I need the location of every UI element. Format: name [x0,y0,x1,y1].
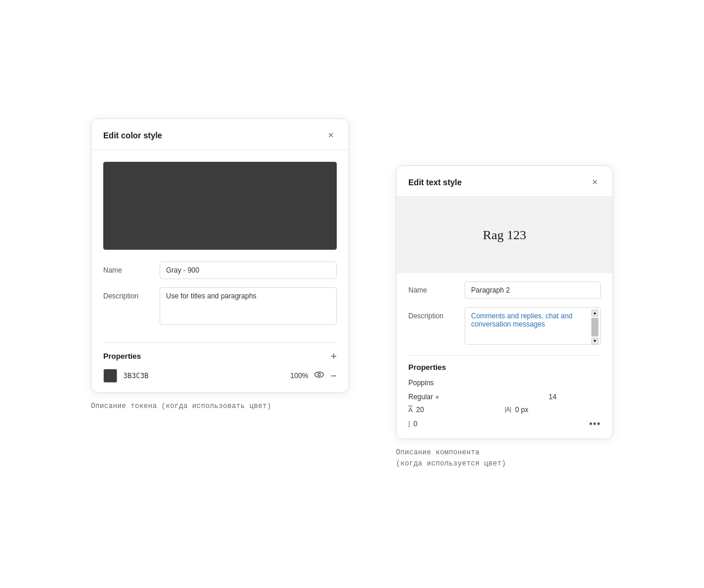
color-property-swatch[interactable] [103,369,117,383]
panels-container: Edit color style × Name Description Use … [91,118,613,470]
text-caption-line1: Описание компонента [396,448,480,457]
left-panel-wrapper: Edit color style × Name Description Use … [91,118,349,412]
tracking-icon: |A| [505,406,512,413]
properties-header: Properties + [103,351,337,362]
text-preview-area: Rag 123 [397,197,612,273]
paragraph-group: I 0 [408,420,417,428]
text-description-row: Description Comments and replies, chat a… [408,307,601,347]
text-name-label: Name [408,281,455,294]
color-dialog-title: Edit color style [103,131,162,140]
text-name-row: Name [408,281,601,299]
svg-point-1 [318,373,321,376]
add-property-button[interactable]: + [330,351,337,362]
eye-icon [314,369,324,380]
text-caption: Описание компонента (когда используется … [396,447,506,470]
text-dialog-header: Edit text style × [397,166,612,197]
leading-icon: A [408,406,412,413]
text-properties-title: Properties [408,363,446,372]
text-caption-line2: (когда используется цвет) [396,460,506,468]
text-properties-header: Properties [408,363,601,372]
scrollbar: ▲ ▼ [591,310,598,345]
color-dialog-close-button[interactable]: × [325,130,337,141]
description-textarea[interactable]: Use for titles and paragraphs [160,287,337,325]
visibility-toggle-button[interactable] [314,369,324,382]
right-panel-wrapper: Edit text style × Rag 123 Name Descripti… [396,165,613,470]
leading-group: A 20 [408,406,505,414]
description-row: Description Use for titles and paragraph… [103,287,337,325]
scroll-up-button[interactable]: ▲ [591,310,598,317]
description-scroll-wrapper: Comments and replies, chat and conversat… [465,307,601,347]
paragraph-more-row: I 0 ••• [408,419,601,429]
text-dialog: Edit text style × Rag 123 Name Descripti… [396,165,613,439]
name-row: Name [103,261,337,279]
color-preview-swatch [103,162,337,250]
text-description-textarea[interactable]: Comments and replies, chat and conversat… [465,307,601,345]
tracking-value: 0 px [515,406,529,414]
paragraph-icon: I [408,420,410,427]
properties-title: Properties [103,352,141,361]
font-size: 14 [505,393,601,401]
color-caption: Описание токена (когда использовать цвет… [91,401,272,412]
text-form-section: Name Description Comments and replies, c… [397,273,612,347]
scroll-down-button[interactable]: ▼ [591,338,598,345]
tracking-group: |A| 0 px [505,406,601,414]
font-weight: Regular ∨ [408,393,505,401]
color-dialog: Edit color style × Name Description Use … [91,118,349,393]
scroll-thumb[interactable] [591,318,598,337]
properties-section: Properties + 3B3C3B 100% − [92,343,348,392]
text-dialog-close-button[interactable]: × [589,176,601,188]
chevron-down-icon: ∨ [435,394,439,400]
more-options-button[interactable]: ••• [589,419,601,429]
font-name: Poppins [408,379,601,387]
weight-label: Regular [408,393,433,401]
name-input[interactable] [160,261,337,279]
text-properties-section: Properties Poppins Regular ∨ 14 A 20 [397,356,612,439]
text-description-label: Description [408,307,455,320]
color-dialog-header: Edit color style × [92,119,348,150]
remove-property-button[interactable]: − [330,371,337,381]
paragraph-value: 0 [414,420,418,428]
opacity-value: 100% [290,372,309,380]
description-label: Description [103,287,150,300]
text-preview-content: Rag 123 [483,227,526,243]
svg-point-0 [315,372,324,378]
leading-value: 20 [416,406,424,414]
text-dialog-title: Edit text style [408,178,462,187]
color-property-row: 3B3C3B 100% − [103,369,337,383]
leading-tracking-row: A 20 |A| 0 px [408,406,601,414]
weight-size-row: Regular ∨ 14 [408,393,601,401]
color-form-section: Name Description Use for titles and para… [92,261,348,342]
text-name-input[interactable] [465,281,601,299]
hex-value: 3B3C3B [123,372,285,380]
name-label: Name [103,261,150,274]
